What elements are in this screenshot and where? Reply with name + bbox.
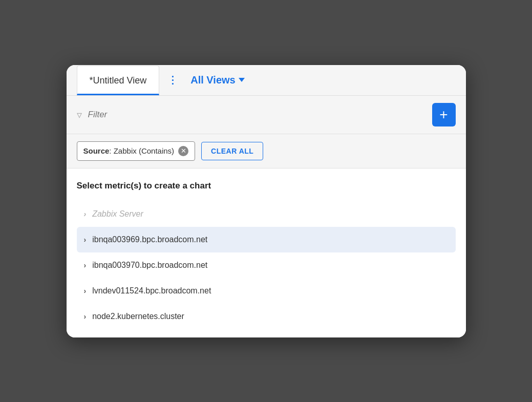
- chevron-down-icon: [239, 78, 245, 82]
- section-title: Select metric(s) to create a chart: [77, 181, 456, 191]
- server-list-item[interactable]: ›ibnqa003969.bpc.broadcom.net: [77, 227, 456, 252]
- add-filter-button[interactable]: +: [432, 103, 456, 126]
- filter-tags-area: Source: Zabbix (Contains) ✕ CLEAR ALL: [67, 134, 466, 168]
- dots-icon: ⋮: [167, 74, 178, 86]
- server-list-item[interactable]: ›Zabbix Server: [77, 201, 456, 227]
- server-list-item[interactable]: ›ibnqa003970.bpc.broadcom.net: [77, 252, 456, 278]
- plus-icon: +: [439, 107, 448, 123]
- filter-tag-value: Zabbix: [114, 146, 137, 155]
- filter-input[interactable]: [88, 110, 426, 120]
- server-list: ›Zabbix Server›ibnqa003969.bpc.broadcom.…: [77, 201, 456, 329]
- chevron-right-icon: ›: [84, 236, 87, 244]
- tab-untitled-view[interactable]: *Untitled View: [77, 66, 160, 95]
- server-name: Zabbix Server: [92, 209, 143, 219]
- filter-tag: Source: Zabbix (Contains) ✕: [77, 141, 196, 161]
- all-views-button[interactable]: All Views: [186, 65, 248, 95]
- chevron-right-icon: ›: [84, 287, 87, 295]
- filter-tag-operator: Contains: [141, 146, 172, 155]
- server-list-item[interactable]: ›node2.kubernetes.cluster: [77, 304, 456, 329]
- tab-label: *Untitled View: [90, 75, 147, 86]
- server-name: lvndev011524.bpc.broadcom.net: [92, 286, 211, 295]
- server-list-item[interactable]: ›lvndev011524.bpc.broadcom.net: [77, 278, 456, 304]
- clear-all-label: CLEAR ALL: [211, 147, 253, 155]
- filter-icon: ▿: [77, 109, 82, 121]
- server-name: ibnqa003970.bpc.broadcom.net: [92, 261, 207, 270]
- filter-tag-remove-button[interactable]: ✕: [178, 146, 188, 156]
- filter-tag-key: Source: [83, 146, 110, 155]
- filter-bar: ▿ +: [67, 96, 466, 134]
- tab-dots-button[interactable]: ⋮: [163, 70, 182, 90]
- server-name: ibnqa003969.bpc.broadcom.net: [92, 235, 207, 244]
- filter-tag-text: Source: Zabbix (Contains): [83, 146, 175, 155]
- chevron-right-icon: ›: [84, 210, 87, 218]
- main-content: Select metric(s) to create a chart ›Zabb…: [67, 168, 466, 337]
- clear-all-button[interactable]: CLEAR ALL: [201, 142, 263, 160]
- tab-bar: *Untitled View ⋮ All Views: [67, 65, 466, 96]
- chevron-right-icon: ›: [84, 261, 87, 269]
- server-name: node2.kubernetes.cluster: [92, 312, 184, 321]
- main-window: *Untitled View ⋮ All Views ▿ + Source: Z…: [67, 65, 466, 337]
- chevron-right-icon: ›: [84, 312, 87, 321]
- all-views-label: All Views: [190, 74, 235, 86]
